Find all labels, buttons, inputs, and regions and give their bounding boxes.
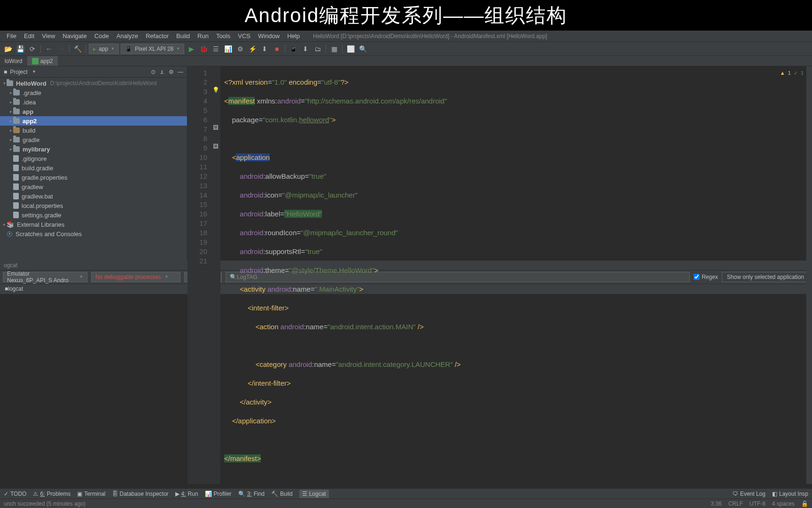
profile-icon[interactable]: 📊 bbox=[223, 44, 233, 54]
menu-run[interactable]: Run bbox=[194, 32, 212, 40]
structure-icon[interactable]: ▦ bbox=[329, 44, 339, 54]
tool-event-log[interactable]: 🗨 Event Log bbox=[733, 491, 765, 497]
code-area[interactable]: 1 2 3 4 5 6 7 8 9 10 11 12 13 14 15 16 1 bbox=[187, 66, 812, 484]
menu-build[interactable]: Build bbox=[172, 32, 194, 40]
back-icon[interactable]: ← bbox=[44, 44, 54, 54]
status-bar: unch succeeded (5 minutes ago) 3:36 CRLF… bbox=[0, 499, 812, 508]
scroll-indicator[interactable] bbox=[806, 66, 812, 484]
search-icon[interactable]: 🔍 bbox=[358, 44, 368, 54]
tool-database[interactable]: 🗄 Database Inspector bbox=[112, 490, 169, 498]
window-title: HelloWord [D:\projects\AndroidDemo\kotli… bbox=[313, 33, 547, 40]
project-title[interactable]: ■ Project ▼ bbox=[4, 69, 36, 75]
stop-icon[interactable]: ■ bbox=[272, 44, 282, 54]
menu-code[interactable]: Code bbox=[91, 32, 113, 40]
tool-find[interactable]: 🔍 3: Find bbox=[238, 490, 265, 498]
menu-vcs[interactable]: VCS bbox=[234, 32, 254, 40]
apply-icon[interactable]: ⚡ bbox=[247, 44, 258, 54]
expand-icon[interactable]: ⫫ bbox=[159, 69, 165, 75]
file-icon bbox=[13, 165, 19, 171]
tree-item[interactable]: ▸build bbox=[0, 126, 187, 135]
hide-icon[interactable]: — bbox=[178, 69, 183, 75]
status-message: unch succeeded (5 minutes ago) bbox=[4, 500, 86, 507]
nav-tab-app2[interactable]: app2 bbox=[27, 56, 58, 66]
tree-item[interactable]: gradle.properties bbox=[0, 173, 187, 182]
folder-icon bbox=[13, 137, 20, 143]
process-select[interactable]: No debuggable processes▼ bbox=[91, 272, 180, 282]
image-icon[interactable]: 🖼 bbox=[211, 142, 220, 151]
menu-tools[interactable]: Tools bbox=[212, 32, 234, 40]
folder-icon bbox=[13, 127, 20, 133]
tool-todo[interactable]: ✓ TODO bbox=[4, 490, 26, 498]
banner-title: Android编程开发系列——组织结构 bbox=[245, 2, 568, 29]
sdk-icon[interactable]: ⬇ bbox=[300, 44, 311, 54]
image-icon[interactable]: 🖼 bbox=[211, 123, 220, 132]
code-content[interactable]: <?xml version="1.0" encoding="utf-8"?> <… bbox=[220, 66, 806, 484]
instant-icon[interactable]: ⬇ bbox=[259, 44, 270, 54]
tree-item[interactable]: .gitignore bbox=[0, 154, 187, 163]
file-icon bbox=[13, 202, 19, 209]
device-select[interactable]: Emulator Nexus_6P_API_S Andro▼ bbox=[3, 272, 87, 282]
coverage-icon[interactable]: ☰ bbox=[211, 44, 221, 54]
menu-bar: File Edit View Navigate Code Analyze Ref… bbox=[0, 31, 812, 42]
line-separator[interactable]: CRLF bbox=[728, 500, 743, 507]
debug-icon[interactable]: 🐞 bbox=[198, 44, 209, 54]
run-icon[interactable]: ▶ bbox=[186, 44, 196, 54]
avd-icon[interactable]: 📱 bbox=[288, 44, 298, 54]
gutter-icons: 💡 🖼 🖼 bbox=[211, 66, 220, 484]
menu-help[interactable]: Help bbox=[283, 32, 304, 40]
open-icon[interactable]: 📂 bbox=[3, 44, 13, 54]
tree-item[interactable]: settings.gradle bbox=[0, 210, 187, 220]
cursor-position[interactable]: 3:36 bbox=[710, 500, 721, 507]
tree-item[interactable]: ▸app bbox=[0, 107, 187, 116]
indent[interactable]: 4 spaces bbox=[772, 500, 795, 507]
tree-item[interactable]: build.gradle bbox=[0, 163, 187, 173]
tree-root[interactable]: ▾ HelloWord D:\projects\AndroidDemo\Kotl… bbox=[0, 79, 187, 88]
tree-item[interactable]: local.properties bbox=[0, 201, 187, 210]
forward-icon[interactable]: → bbox=[56, 44, 66, 54]
menu-view[interactable]: View bbox=[38, 32, 59, 40]
tool-terminal[interactable]: ▣ Terminal bbox=[77, 490, 105, 498]
menu-edit[interactable]: Edit bbox=[20, 32, 38, 40]
tool-layout-inspector[interactable]: ◧ Layout Insp bbox=[772, 491, 808, 497]
tree-item[interactable]: gradlew.bat bbox=[0, 191, 187, 201]
bulb-icon[interactable]: 💡 bbox=[211, 85, 220, 95]
tree-item[interactable]: ▸mylibrary bbox=[0, 144, 187, 154]
video-banner: Android编程开发系列——组织结构 bbox=[0, 0, 812, 31]
tree-item[interactable]: ▸.gradle bbox=[0, 88, 187, 97]
lock-icon[interactable]: 🔓 bbox=[801, 500, 808, 507]
menu-window[interactable]: Window bbox=[254, 32, 283, 40]
tree-item-selected[interactable]: ▸app2 bbox=[0, 116, 187, 126]
tool-logcat[interactable]: ☰ Logcat bbox=[299, 490, 329, 498]
tree-item[interactable]: ▸.idea bbox=[0, 97, 187, 107]
folder-icon bbox=[13, 99, 20, 105]
menu-navigate[interactable]: Navigate bbox=[59, 32, 90, 40]
save-icon[interactable]: 💾 bbox=[15, 44, 25, 54]
tool-profiler[interactable]: 📊 Profiler bbox=[205, 490, 232, 498]
tree-item-scratches[interactable]: ⦿Scratches and Consoles bbox=[0, 229, 187, 238]
tool-problems[interactable]: ⚠ 6: Problems bbox=[33, 490, 70, 498]
tree-item-external[interactable]: ▸📚External Libraries bbox=[0, 220, 187, 229]
menu-analyze[interactable]: Analyze bbox=[113, 32, 142, 40]
resource-icon[interactable]: 🗂 bbox=[312, 44, 323, 54]
hammer-icon[interactable]: 🔨 bbox=[72, 44, 83, 54]
menu-file[interactable]: File bbox=[3, 32, 20, 40]
folder-icon bbox=[7, 80, 13, 86]
separator bbox=[285, 45, 285, 53]
attach-icon[interactable]: ⚙ bbox=[235, 44, 245, 54]
encoding[interactable]: UTF-8 bbox=[750, 500, 765, 507]
inspection-badge[interactable]: ▲1 ✓1 bbox=[780, 68, 804, 78]
device-combo[interactable]: 📱 Pixel XL API 28 ▼ bbox=[121, 44, 184, 54]
run-config-combo[interactable]: ▸ app ▼ bbox=[89, 44, 119, 54]
layout-icon[interactable]: ⬜ bbox=[345, 44, 356, 54]
tool-build[interactable]: 🔨 Build bbox=[271, 490, 293, 498]
target-icon[interactable]: ⊙ bbox=[151, 69, 156, 75]
folder-icon bbox=[13, 109, 20, 114]
gear-icon[interactable]: ⚙ bbox=[169, 69, 174, 75]
sync-icon[interactable]: ⟳ bbox=[27, 44, 38, 54]
tree-item[interactable]: ▸gradle bbox=[0, 135, 187, 144]
menu-refactor[interactable]: Refactor bbox=[142, 32, 172, 40]
tool-run[interactable]: ▶ 4: Run bbox=[175, 490, 198, 498]
file-icon bbox=[13, 155, 19, 162]
tree-item[interactable]: gradlew bbox=[0, 182, 187, 191]
nav-tab-helloword[interactable]: loWord bbox=[0, 56, 27, 66]
